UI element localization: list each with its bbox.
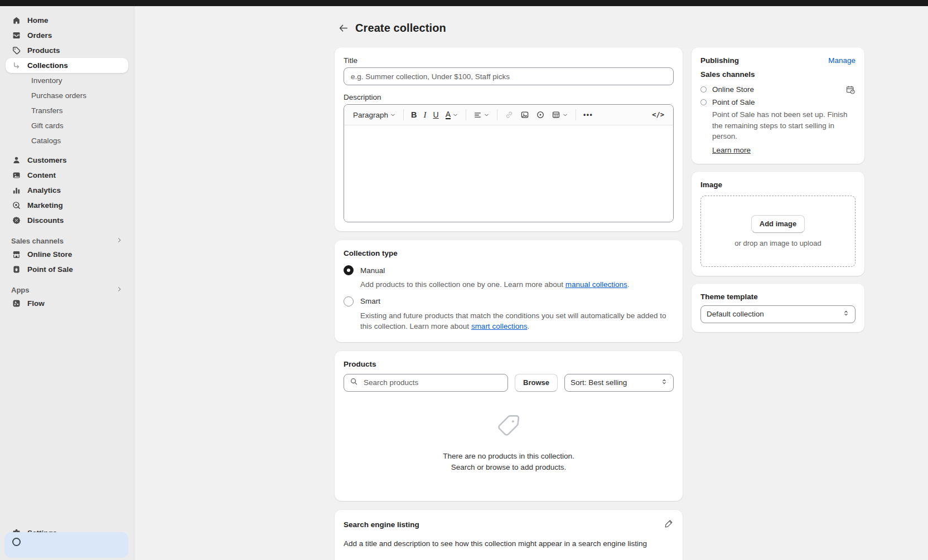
text-color-glyph: A [446,110,451,120]
code-view-button[interactable]: </> [649,107,668,123]
customers-icon [11,155,22,165]
back-button[interactable] [335,20,351,36]
top-bar [0,0,928,6]
sidebar-item-label: Analytics [27,186,61,194]
link-button[interactable] [501,107,517,123]
manual-desc-suffix: . [627,280,630,289]
title-input[interactable] [344,67,674,85]
image-dropzone[interactable]: Add image or drop an image to upload [700,196,856,267]
sidebar-item-gift-cards[interactable]: Gift cards [6,118,128,133]
theme-template-value: Default collection [707,310,764,318]
sidebar-bottom-pill[interactable] [4,532,128,558]
toolbar-divider [466,109,466,120]
manage-link[interactable]: Manage [828,56,856,65]
title-card: Title Description Paragraph B I U [335,47,683,231]
manual-desc-text: Add products to this collection one by o… [360,280,566,289]
sidebar-item-marketing[interactable]: Marketing [6,198,128,213]
sidebar-item-customers[interactable]: Customers [6,153,128,168]
page-header: Create collection [335,20,928,36]
sub-arrow-icon [11,61,22,70]
sidebar-item-collections[interactable]: Collections [6,58,128,73]
theme-template-heading: Theme template [700,293,856,301]
sidebar-item-label: Online Store [27,250,72,259]
sidebar-section-apps[interactable]: Apps [6,286,128,294]
app-frame: Home Orders Products Collections Invento… [0,6,928,560]
sidebar-item-flow[interactable]: Flow [6,296,128,311]
seo-card: Search engine listing Add a title and de… [335,510,683,560]
title-label: Title [344,56,674,65]
manual-radio-row[interactable]: Manual [344,265,674,276]
seo-heading: Search engine listing [344,520,419,529]
tag-icon [11,46,22,55]
sidebar-item-label: Content [27,171,56,179]
sidebar-item-transfers[interactable]: Transfers [6,103,128,118]
sidebar: Home Orders Products Collections Invento… [0,6,134,560]
radio-selected-icon[interactable] [344,265,354,275]
description-editor: Paragraph B I U A [344,104,674,222]
toolbar-divider [403,109,404,120]
orders-icon [11,31,22,40]
main-content: Create collection Title Description Para… [134,6,928,560]
sidebar-item-purchase-orders[interactable]: Purchase orders [6,88,128,103]
sidebar-section-sales-channels[interactable]: Sales channels [6,237,128,245]
theme-template-card: Theme template Default collection [692,284,864,332]
schedule-calendar-icon[interactable] [845,85,856,95]
italic-button[interactable]: I [420,107,430,123]
updown-chevrons-icon [661,378,668,387]
add-image-button[interactable]: Add image [751,215,805,233]
sidebar-item-discounts[interactable]: Discounts [6,213,128,228]
sidebar-item-home[interactable]: Home [6,13,128,28]
learn-more-link[interactable]: Learn more [712,146,751,154]
play-circle-icon [536,110,545,119]
sidebar-item-content[interactable]: Content [6,168,128,183]
sales-channels-subheading: Sales channels [700,70,856,79]
paragraph-style-dropdown[interactable]: Paragraph [350,107,399,123]
sort-select-value: Sort: Best selling [571,378,627,387]
insert-image-button[interactable] [517,107,533,123]
editor-toolbar: Paragraph B I U A [344,105,673,125]
bold-button[interactable]: B [408,107,420,123]
chevron-right-icon [116,237,123,245]
circle-icon [12,538,21,546]
insert-table-button[interactable] [548,107,572,123]
more-formatting-button[interactable]: ••• [580,107,596,123]
sort-select[interactable]: Sort: Best selling [564,374,674,392]
underline-button[interactable]: U [430,107,442,123]
edit-pencil-icon[interactable] [664,519,674,530]
empty-line-2: Search or browse to add products. [443,462,574,473]
pos-icon [11,265,22,274]
sidebar-item-products[interactable]: Products [6,43,128,58]
sidebar-item-catalogs[interactable]: Catalogs [6,133,128,148]
sidebar-item-orders[interactable]: Orders [6,28,128,43]
channel-row-online-store: Online Store [700,83,856,96]
sidebar-item-label: Customers [27,156,67,164]
toolbar-divider [497,109,497,120]
sidebar-item-online-store[interactable]: Online Store [6,247,128,262]
sidebar-item-point-of-sale[interactable]: Point of Sale [6,262,128,277]
search-icon [350,377,358,388]
radio-unselected-icon[interactable] [344,296,354,306]
channel-bullet-icon [700,99,707,105]
description-textarea[interactable] [344,125,673,222]
secondary-column: Publishing Manage Sales channels Online … [692,47,864,332]
smart-desc-suffix: . [527,322,529,330]
manual-collections-link[interactable]: manual collections [566,280,627,289]
browse-button[interactable]: Browse [515,374,558,392]
alignment-button[interactable] [470,107,493,123]
search-products-input[interactable] [362,378,502,387]
home-icon [11,16,22,25]
link-icon [505,110,514,119]
sidebar-item-inventory[interactable]: Inventory [6,73,128,88]
smart-radio-row[interactable]: Smart [344,296,674,307]
sidebar-item-label: Collections [27,61,68,70]
description-label: Description [344,93,674,101]
manual-description: Add products to this collection one by o… [360,279,674,290]
smart-collections-link[interactable]: smart collections [471,322,528,330]
text-color-button[interactable]: A [442,107,462,123]
tag-empty-icon [495,412,523,442]
sidebar-item-analytics[interactable]: Analytics [6,183,128,198]
collection-type-card: Collection type Manual Add products to t… [335,240,683,342]
flow-icon [11,299,22,308]
theme-template-select[interactable]: Default collection [700,305,856,323]
insert-video-button[interactable] [533,107,548,123]
